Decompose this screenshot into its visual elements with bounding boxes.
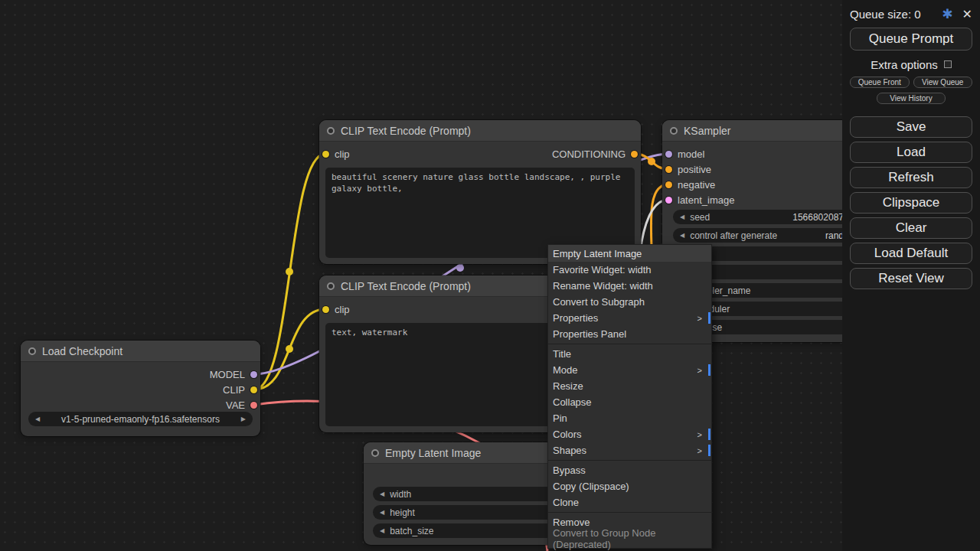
- submenu-arrow-icon: >: [697, 366, 702, 375]
- slot-label: MODEL: [210, 369, 245, 380]
- widget-label: batch_size: [390, 526, 433, 536]
- menu-separator: [548, 344, 711, 344]
- menu-item-mode[interactable]: Mode >: [548, 362, 711, 378]
- menu-item-colors[interactable]: Colors >: [548, 426, 711, 442]
- node-load-checkpoint[interactable]: Load Checkpoint MODEL CLIP VAE ◀ v1-5-pr…: [21, 341, 260, 436]
- menu-item-title[interactable]: Title: [548, 346, 711, 362]
- input-slot-negative: negative: [665, 179, 715, 190]
- conditioning-output-dot[interactable]: [631, 151, 638, 158]
- slot-label: model: [678, 148, 704, 160]
- input-slot-clip: clip: [322, 148, 350, 159]
- clear-button[interactable]: Clear: [850, 217, 972, 239]
- slot-label: CONDITIONING: [552, 148, 626, 160]
- widget-value: 1566802087: [792, 212, 844, 223]
- clip-output-dot[interactable]: [250, 386, 257, 393]
- node-header[interactable]: Load Checkpoint: [21, 341, 260, 362]
- submenu-bar-icon: [708, 364, 710, 376]
- slot-label: CLIP: [223, 384, 245, 396]
- model-input-dot[interactable]: [665, 151, 672, 158]
- wire-midpoint-dot: [456, 264, 464, 272]
- submenu-bar-icon: [708, 429, 710, 440]
- context-menu-title: Empty Latent Image: [548, 245, 711, 262]
- node-header[interactable]: KSampler: [662, 120, 861, 142]
- menu-item-clone[interactable]: Clone: [548, 494, 711, 510]
- menu-item-pin[interactable]: Pin: [548, 410, 711, 426]
- node-clip-text-encode-positive[interactable]: CLIP Text Encode (Prompt) clip CONDITION…: [319, 120, 641, 264]
- collapse-dot-icon[interactable]: [327, 282, 335, 290]
- seed-widget[interactable]: ◀ seed 1566802087: [673, 210, 851, 224]
- menu-item-resize[interactable]: Resize: [548, 378, 711, 394]
- menu-separator: [548, 460, 711, 461]
- slot-label: negative: [678, 179, 715, 191]
- left-arrow-icon[interactable]: ◀: [380, 528, 384, 534]
- close-icon[interactable]: ✕: [962, 7, 972, 21]
- collapse-dot-icon[interactable]: [371, 449, 379, 457]
- queue-front-button[interactable]: Queue Front: [850, 77, 910, 88]
- queue-sidebar: Queue size: 0 ✱ ✕ Queue Prompt Extra opt…: [842, 0, 980, 551]
- input-slot-positive: positive: [665, 164, 711, 174]
- menu-item-properties-panel[interactable]: Properties Panel: [548, 326, 711, 342]
- ckpt-name-widget[interactable]: ◀ v1-5-pruned-emaonly-fp16.safetensors ▶: [28, 412, 253, 426]
- save-button[interactable]: Save: [850, 116, 972, 138]
- slot-label: clip: [335, 304, 350, 315]
- left-arrow-icon[interactable]: ◀: [680, 233, 684, 239]
- node-title: Empty Latent Image: [385, 447, 481, 459]
- left-arrow-icon[interactable]: ◀: [380, 510, 384, 516]
- node-title: CLIP Text Encode (Prompt): [341, 125, 471, 137]
- menu-item-rename-widget[interactable]: Rename Widget: width: [548, 278, 711, 294]
- clipspace-button[interactable]: Clipspace: [850, 192, 972, 214]
- collapse-dot-icon[interactable]: [28, 347, 36, 355]
- widget-value: rand: [825, 230, 844, 241]
- reset-view-button[interactable]: Reset View: [850, 268, 972, 289]
- extra-options-checkbox[interactable]: [944, 60, 952, 68]
- output-slot-conditioning: CONDITIONING: [552, 148, 638, 159]
- widget-label: control after generate: [690, 230, 777, 241]
- control-after-generate-widget[interactable]: ◀ control after generate rand: [673, 228, 851, 243]
- collapse-dot-icon[interactable]: [327, 127, 335, 135]
- collapse-dot-icon[interactable]: [670, 127, 678, 135]
- conditioning-input-dot[interactable]: [665, 166, 672, 173]
- widget-label: seed: [690, 212, 710, 223]
- widget-label: width: [390, 489, 411, 500]
- clip-input-dot[interactable]: [322, 306, 329, 313]
- settings-gear-icon[interactable]: ✱: [942, 6, 952, 22]
- left-arrow-icon[interactable]: ◀: [35, 416, 40, 422]
- slot-label: clip: [335, 148, 350, 160]
- load-button[interactable]: Load: [850, 142, 972, 163]
- refresh-button[interactable]: Refresh: [850, 167, 972, 188]
- node-header[interactable]: CLIP Text Encode (Prompt): [319, 120, 641, 142]
- vae-output-dot[interactable]: [250, 402, 257, 409]
- view-queue-button[interactable]: View Queue: [913, 77, 973, 88]
- menu-item-convert-to-group-node[interactable]: Convert to Group Node (Deprecated): [548, 530, 711, 546]
- ckpt-name-value: v1-5-pruned-emaonly-fp16.safetensors: [45, 414, 236, 425]
- menu-item-favorite-widget[interactable]: Favorite Widget: width: [548, 262, 711, 278]
- input-slot-model: model: [665, 148, 704, 159]
- menu-item-convert-to-subgraph[interactable]: Convert to Subgraph: [548, 294, 711, 310]
- queue-prompt-button[interactable]: Queue Prompt: [850, 28, 972, 51]
- menu-item-bypass[interactable]: Bypass: [548, 462, 711, 478]
- left-arrow-icon[interactable]: ◀: [680, 214, 684, 220]
- submenu-arrow-icon: >: [697, 430, 702, 439]
- submenu-bar-icon: [708, 445, 710, 456]
- node-title: Load Checkpoint: [42, 345, 122, 357]
- input-slot-clip: clip: [322, 304, 350, 315]
- load-default-button[interactable]: Load Default: [850, 243, 972, 264]
- menu-item-shapes[interactable]: Shapes >: [548, 442, 711, 458]
- slot-label: VAE: [226, 399, 245, 411]
- clip-input-dot[interactable]: [322, 151, 329, 158]
- widget-label: height: [390, 507, 415, 518]
- wire-midpoint-dot: [648, 158, 655, 165]
- latent-input-dot[interactable]: [665, 197, 672, 204]
- output-slot-vae: VAE: [226, 399, 257, 410]
- right-arrow-icon[interactable]: ▶: [241, 416, 246, 422]
- view-history-button[interactable]: View History: [877, 93, 946, 104]
- input-slot-latent-image: latent_image: [665, 194, 734, 205]
- model-output-dot[interactable]: [250, 371, 257, 378]
- conditioning-input-dot[interactable]: [665, 181, 672, 188]
- menu-item-properties[interactable]: Properties >: [548, 310, 711, 326]
- slot-label: latent_image: [678, 194, 734, 206]
- left-arrow-icon[interactable]: ◀: [380, 491, 384, 497]
- menu-item-copy-clipspace[interactable]: Copy (Clipspace): [548, 478, 711, 494]
- submenu-bar-icon: [708, 312, 710, 324]
- menu-item-collapse[interactable]: Collapse: [548, 394, 711, 410]
